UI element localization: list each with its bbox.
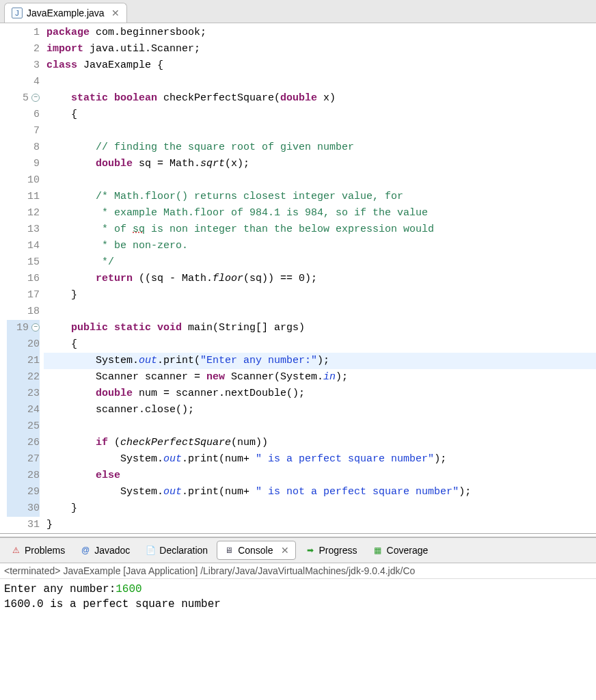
code-line[interactable]: /* Math.floor() returns closest integer …: [44, 189, 596, 205]
code-line[interactable]: public static void main(String[] args): [44, 320, 596, 336]
view-tab-label: Console: [238, 545, 273, 556]
view-tab-label: Coverage: [387, 545, 429, 556]
line-number-gutter: 12345−678910111213141516171819−202122232…: [0, 25, 44, 533]
line-number: 16: [7, 271, 40, 287]
line-number: 24: [7, 402, 40, 418]
line-number: 5−: [7, 90, 40, 107]
view-tab-problems[interactable]: ⚠Problems: [4, 541, 71, 559]
code-line[interactable]: scanner.close();: [44, 402, 596, 418]
line-number: 29: [7, 484, 40, 500]
line-number: 20: [7, 336, 40, 353]
view-tab-label: Problems: [25, 545, 65, 556]
code-line[interactable]: // finding the square root of given numb…: [44, 139, 596, 156]
code-lines[interactable]: package com.beginnersbook;import java.ut…: [44, 25, 596, 533]
code-line[interactable]: }: [44, 500, 596, 517]
line-number: 19−: [7, 320, 40, 336]
file-tab-label: JavaExample.java: [27, 8, 105, 18]
view-tab-javadoc[interactable]: @Javadoc: [74, 541, 136, 559]
declaration-icon: 📄: [145, 545, 156, 556]
code-line[interactable]: System.out.print(num+ " is a perfect squ…: [44, 451, 596, 468]
coverage-icon: ▦: [372, 545, 383, 556]
console-user-input: 1600: [116, 583, 141, 595]
line-number: 30: [7, 500, 40, 517]
line-number: 9: [7, 156, 40, 172]
line-number: 17: [7, 287, 40, 304]
problems-icon: ⚠: [10, 545, 21, 556]
line-number: 1: [7, 25, 40, 41]
line-number: 26: [7, 435, 40, 451]
code-line[interactable]: * example Math.floor of 984.1 is 984, so…: [44, 205, 596, 221]
code-line[interactable]: import java.util.Scanner;: [44, 41, 596, 57]
code-line[interactable]: }: [44, 517, 596, 533]
code-line[interactable]: [44, 304, 596, 320]
line-number: 7: [7, 123, 40, 139]
line-number: 8: [7, 139, 40, 156]
line-number: 13: [7, 221, 40, 238]
line-number: 14: [7, 238, 40, 254]
view-tab-coverage[interactable]: ▦Coverage: [366, 541, 435, 559]
close-icon[interactable]: ✕: [281, 545, 289, 556]
code-line[interactable]: class JavaExample {: [44, 57, 596, 74]
code-line[interactable]: [44, 74, 596, 90]
view-tab-console[interactable]: 🖥Console✕: [217, 541, 295, 560]
code-line[interactable]: return ((sq - Math.floor(sq)) == 0);: [44, 271, 596, 287]
code-line[interactable]: double sq = Math.sqrt(x);: [44, 156, 596, 172]
line-number: 11: [7, 189, 40, 205]
code-line[interactable]: Scanner scanner = new Scanner(System.in)…: [44, 369, 596, 386]
code-area[interactable]: 12345−678910111213141516171819−202122232…: [0, 23, 596, 533]
fold-toggle-icon[interactable]: −: [31, 323, 40, 332]
line-number: 23: [7, 386, 40, 402]
close-icon[interactable]: ✕: [111, 8, 120, 18]
view-tab-label: Declaration: [159, 545, 208, 556]
console-status: <terminated> JavaExample [Java Applicati…: [0, 563, 596, 579]
line-number: 10: [7, 172, 40, 189]
fold-toggle-icon[interactable]: −: [31, 94, 40, 102]
line-number: 22: [7, 369, 40, 386]
line-number: 25: [7, 418, 40, 435]
code-line[interactable]: System.out.print("Enter any number:");: [44, 353, 596, 369]
code-line[interactable]: [44, 172, 596, 189]
line-number: 3: [7, 57, 40, 74]
line-number: 15: [7, 254, 40, 271]
view-tab-label: Javadoc: [94, 545, 130, 556]
line-number: 12: [7, 205, 40, 221]
code-line[interactable]: package com.beginnersbook;: [44, 25, 596, 41]
line-number: 6: [7, 107, 40, 123]
console-prompt: Enter any number:: [4, 583, 116, 595]
code-line[interactable]: [44, 123, 596, 139]
console-output: Enter any number:1600 1600.0 is a perfec…: [0, 579, 596, 615]
line-number: 18: [7, 304, 40, 320]
console-result-line: 1600.0 is a perfect square number: [4, 597, 592, 612]
view-tab-progress[interactable]: ➡Progress: [299, 541, 364, 559]
code-line[interactable]: * of sq is non integer than the below ex…: [44, 221, 596, 238]
java-file-icon: J: [12, 8, 23, 18]
code-line[interactable]: {: [44, 336, 596, 353]
code-line[interactable]: static boolean checkPerfectSquare(double…: [44, 90, 596, 107]
view-tab-label: Progress: [319, 545, 357, 556]
line-number: 28: [7, 468, 40, 484]
code-line[interactable]: */: [44, 254, 596, 271]
code-line[interactable]: if (checkPerfectSquare(num)): [44, 435, 596, 451]
bottom-panel: ⚠Problems@Javadoc📄Declaration🖥Console✕➡P…: [0, 537, 596, 615]
code-line[interactable]: else: [44, 468, 596, 484]
code-line[interactable]: [44, 418, 596, 435]
line-number: 4: [7, 74, 40, 90]
javadoc-icon: @: [80, 545, 91, 556]
line-number: 31: [7, 517, 40, 533]
progress-icon: ➡: [305, 545, 316, 556]
editor-panel: J JavaExample.java ✕ 12345−6789101112131…: [0, 0, 596, 534]
code-line[interactable]: double num = scanner.nextDouble();: [44, 386, 596, 402]
line-number: 21: [7, 353, 40, 369]
view-tab-bar: ⚠Problems@Javadoc📄Declaration🖥Console✕➡P…: [0, 538, 596, 563]
file-tab[interactable]: J JavaExample.java ✕: [4, 3, 127, 23]
code-line[interactable]: System.out.print(num+ " is not a perfect…: [44, 484, 596, 500]
code-line[interactable]: {: [44, 107, 596, 123]
console-icon: 🖥: [224, 545, 234, 556]
view-tab-declaration[interactable]: 📄Declaration: [139, 541, 214, 559]
code-line[interactable]: * be non-zero.: [44, 238, 596, 254]
line-number: 2: [7, 41, 40, 57]
line-number: 27: [7, 451, 40, 468]
tab-bar: J JavaExample.java ✕: [0, 0, 596, 23]
code-line[interactable]: }: [44, 287, 596, 304]
